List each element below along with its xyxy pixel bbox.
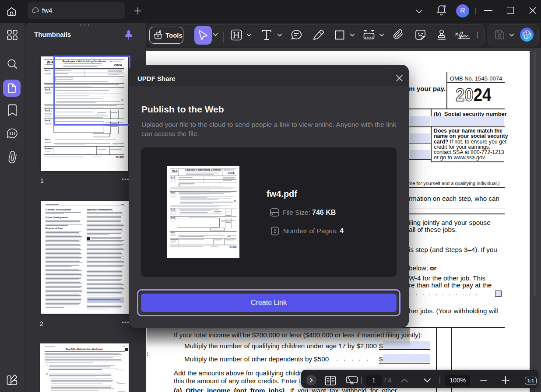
svg-text:W-4: W-4 xyxy=(47,60,53,64)
svg-text:Step 5:: Step 5: xyxy=(170,232,175,234)
svg-text:Employers: Employers xyxy=(45,147,54,149)
svg-text:Step 2:: Step 2: xyxy=(45,88,50,90)
svg-text:Employee's Withholding Certifi: Employee's Withholding Certificate xyxy=(185,169,221,171)
svg-text:2: 2 xyxy=(274,229,276,234)
svg-text:W-4: W-4 xyxy=(172,169,178,172)
svg-text:Step 1:: Step 1: xyxy=(170,176,175,178)
svg-text:Step 4:: Step 4: xyxy=(170,217,175,218)
svg-text:Step 4:: Step 4: xyxy=(45,119,50,121)
svg-text:Specific Instructions: Specific Instructions xyxy=(87,208,113,211)
svg-text:Step 3:: Step 3: xyxy=(170,208,175,210)
svg-text:Step 3:: Step 3: xyxy=(45,109,50,111)
svg-text:W-4 2024: W-4 2024 xyxy=(229,246,237,248)
svg-text:2a: 2a xyxy=(116,382,119,384)
svg-text:Step 2:: Step 2: xyxy=(170,192,175,193)
svg-text:Employers: Employers xyxy=(170,239,178,241)
svg-text:Step 5:: Step 5: xyxy=(45,138,50,140)
svg-text:Future Developments: Future Developments xyxy=(46,216,68,219)
svg-text:2024: 2024 xyxy=(228,172,235,175)
svg-text:Step 2(b)—Multiple Jobs Worksh: Step 2(b)—Multiple Jobs Worksheet xyxy=(66,348,103,350)
svg-text:General Instructions: General Instructions xyxy=(46,208,71,211)
svg-text:W-4 2024: W-4 2024 xyxy=(116,156,125,158)
svg-text:OMB 1545-0074: OMB 1545-0074 xyxy=(223,169,234,171)
svg-text:Step 1:: Step 1: xyxy=(45,69,50,71)
svg-text:Purpose of Form: Purpose of Form xyxy=(46,227,63,230)
